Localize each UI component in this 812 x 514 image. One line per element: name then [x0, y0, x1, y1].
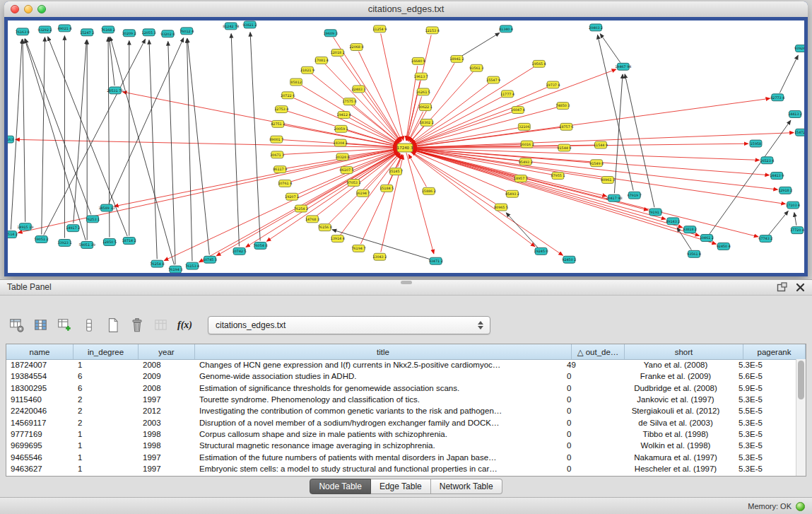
graph-node[interactable]: 30671 3	[270, 151, 284, 158]
graph-node[interactable]: 19207 2	[285, 193, 299, 200]
graph-node[interactable]: 11544 9	[594, 141, 608, 148]
graph-node[interactable]: 33923 1	[57, 240, 71, 247]
float-panel-icon[interactable]	[777, 282, 787, 293]
graph-node[interactable]: 93561 3	[469, 64, 483, 71]
row-options-icon[interactable]	[79, 316, 98, 335]
graph-node[interactable]: 76054 8	[253, 242, 267, 249]
graph-node[interactable]: 67919 7	[628, 192, 642, 199]
graph-node[interactable]: 95493 2	[519, 158, 533, 165]
table-row[interactable]: 946362711997Embryonic stem cells: a mode…	[6, 463, 796, 474]
graph-node[interactable]: 76254 8	[150, 260, 164, 267]
table-source-select[interactable]: citations_edges.txt	[208, 316, 490, 334]
memory-indicator[interactable]	[796, 502, 805, 511]
tab-edge-table[interactable]: Edge Table	[371, 479, 431, 494]
graph-node[interactable]: 19613 7	[414, 73, 428, 80]
graph-node[interactable]: 42751 2	[271, 120, 285, 127]
graph-node[interactable]: 20417 98	[606, 194, 622, 201]
table-row[interactable]: 1872400712008Changes of HCN gene express…	[6, 359, 796, 370]
graph-node[interactable]: 15247 2	[80, 29, 94, 36]
table-row[interactable]: 1938455462009Genome-wide association stu…	[6, 370, 796, 382]
graph-node[interactable]: 16523 4	[760, 157, 774, 164]
graph-node[interactable]: 20403 2	[589, 24, 603, 31]
graph-node[interactable]: 16261 5	[416, 88, 430, 95]
graph-node[interactable]: 19737 4	[546, 81, 560, 88]
graph-node[interactable]: 15958	[750, 140, 762, 147]
graph-node[interactable]: 17720 4	[790, 227, 804, 234]
network-canvas[interactable]: 17240 322068 812018 217081 421821 985812…	[8, 21, 804, 273]
graph-node[interactable]: 19565 4	[532, 60, 546, 67]
graph-node[interactable]: 20722 6	[281, 92, 295, 99]
column-header-in_degree[interactable]: in_degree	[73, 344, 139, 359]
graph-node[interactable]: 14413 9	[770, 173, 784, 180]
graph-node[interactable]: 35145 7	[389, 168, 403, 175]
graph-node[interactable]: 59051 2	[35, 236, 49, 243]
column-header-title[interactable]: title	[195, 344, 572, 359]
graph-node[interactable]: 79191 7	[648, 209, 662, 216]
table-row[interactable]: 946554611997Estimation of the future num…	[6, 451, 796, 462]
graph-node[interactable]: 15547 9	[486, 76, 500, 83]
graph-node[interactable]: 30209 2	[122, 30, 136, 37]
graph-node[interactable]: 81340 4	[499, 25, 513, 33]
edit-columns-icon[interactable]	[55, 316, 74, 335]
column-header-pagerank[interactable]: pagerank	[743, 344, 806, 359]
tab-network-table[interactable]: Network Table	[431, 479, 502, 494]
column-header-name[interactable]: name	[6, 344, 73, 359]
graph-node[interactable]: 76153 4	[185, 262, 199, 269]
graph-node[interactable]: 19609 3	[324, 30, 338, 37]
graph-node[interactable]: 93292 2	[38, 26, 52, 33]
graph-node[interactable]: 93471 2	[429, 257, 443, 264]
graph-node[interactable]: 15184 5	[379, 185, 394, 192]
graph-node[interactable]: 16194 7	[355, 189, 370, 197]
graph-node[interactable]: 93561 8	[687, 250, 701, 257]
graph-node[interactable]: 92450 4	[717, 243, 731, 250]
graph-node[interactable]: 30622 1	[418, 104, 433, 111]
table-row[interactable]: 1830029562008Estimation of significance …	[6, 382, 796, 394]
graph-node[interactable]: 11777 4	[500, 90, 514, 98]
graph-node[interactable]: 17081 4	[314, 57, 329, 64]
graph-node[interactable]: 74850 3	[555, 103, 570, 110]
graph-node[interactable]: 17103 4	[786, 201, 800, 209]
graph-node[interactable]: 18304 2	[334, 139, 348, 146]
graph-node[interactable]: 97053 1	[346, 179, 360, 186]
close-panel-icon[interactable]	[796, 282, 806, 293]
graph-node[interactable]: 18941 2	[449, 55, 464, 62]
graph-node[interactable]: 80965 5	[494, 204, 508, 211]
graph-node[interactable]: 16016 2	[520, 141, 534, 148]
column-header-out_degree[interactable]: △ out_de…	[572, 344, 625, 359]
graph-node[interactable]: 11254 9	[372, 25, 387, 33]
function-builder-icon[interactable]: f(x)	[175, 316, 194, 335]
graph-node[interactable]: 76156 8	[318, 224, 332, 231]
graph-node[interactable]: 14917 2	[66, 225, 80, 232]
graph-node[interactable]: 89143 2	[666, 218, 680, 225]
graph-node[interactable]: 89001 7	[269, 136, 283, 143]
graph-node[interactable]: 93924 2	[794, 45, 804, 52]
zoom-window-button[interactable]	[37, 5, 46, 13]
panel-resize-grip[interactable]	[401, 281, 412, 284]
graph-node[interactable]: 18714 2	[122, 238, 136, 245]
graph-node[interactable]: 12018 2	[331, 49, 345, 57]
show-columns-icon[interactable]	[31, 316, 50, 335]
graph-node[interactable]: 19467 94	[615, 63, 631, 70]
table-row[interactable]: 977716911998Corpus callosum shape and si…	[6, 428, 796, 440]
graph-node[interactable]: 10742 5	[233, 247, 247, 255]
column-header-year[interactable]: year	[139, 344, 195, 359]
graph-node[interactable]: 14413 2	[788, 111, 802, 118]
graph-node[interactable]: 86107 5	[340, 167, 354, 174]
graph-node[interactable]: 13914 4	[331, 235, 345, 243]
graph-node[interactable]: 18757 6	[559, 123, 573, 130]
graph-node[interactable]: 10745 3	[203, 256, 217, 263]
graph-node[interactable]: 12918 2	[778, 187, 792, 194]
graph-node[interactable]: 30328 8	[336, 153, 350, 160]
graph-node[interactable]: 18589 13	[98, 204, 114, 211]
graph-node[interactable]: 10761 4	[278, 180, 292, 187]
graph-node[interactable]: 86117 9	[273, 166, 287, 173]
new-table-icon[interactable]	[103, 316, 122, 335]
graph-node[interactable]: 14768 3	[305, 216, 319, 223]
graph-node[interactable]: 32106	[518, 123, 530, 130]
graph-node[interactable]: 18957 7	[514, 175, 528, 182]
table-mode-icon[interactable]	[7, 316, 26, 335]
graph-node[interactable]: 76012 4	[180, 28, 194, 35]
graph-node[interactable]: 59051 39	[79, 241, 95, 248]
graph-node[interactable]: 15472 8	[794, 129, 804, 136]
close-window-button[interactable]	[11, 5, 19, 13]
